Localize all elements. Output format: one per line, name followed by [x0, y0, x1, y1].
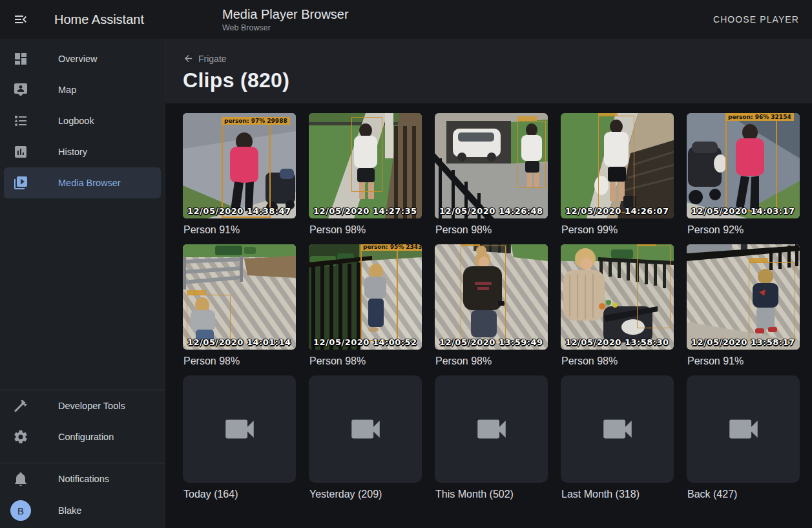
clip-caption: Person 98%	[183, 355, 296, 367]
clip-caption: Person 98%	[309, 224, 422, 236]
view-dashboard-icon	[13, 51, 28, 67]
sidebar-item-logbook[interactable]: Logbook	[4, 105, 161, 136]
clips-grid: person: 97% 29988 12/05/2020 14:38:47 Pe…	[183, 113, 800, 509]
detection-mini-label	[637, 244, 656, 246]
chart-box-icon	[13, 144, 28, 160]
sidebar-item-media-browser[interactable]: Media Browser	[4, 167, 161, 198]
folder-tile	[687, 375, 800, 483]
detection-label: person: 96% 32154	[725, 113, 794, 121]
folder-item-today[interactable]: Today (164)	[183, 375, 296, 509]
clip-thumbnail: 12/05/2020 14:26:48	[435, 113, 548, 218]
clip-item[interactable]: 12/05/2020 14:27:35 Person 98%	[309, 113, 422, 244]
folder-item-back[interactable]: Back (427)	[687, 375, 800, 509]
sidebar-item-developer-tools[interactable]: Developer Tools	[4, 390, 161, 421]
folder-label: Last Month (318)	[561, 489, 674, 500]
clip-timestamp-overlay: 12/05/2020 14:03:17	[691, 206, 795, 216]
list-bulleted-icon	[13, 113, 28, 129]
video-icon	[347, 410, 384, 448]
clips-grid-area: person: 97% 29988 12/05/2020 14:38:47 Pe…	[165, 103, 812, 528]
folder-item-yesterday[interactable]: Yesterday (209)	[309, 375, 422, 509]
clip-thumbnail: 12/05/2020 14:26:07	[561, 113, 674, 218]
sidebar-item-label: Media Browser	[58, 178, 121, 188]
clip-item[interactable]: 12/05/2020 13:58:30 Person 98%	[561, 244, 674, 375]
clip-timestamp-overlay: 12/05/2020 14:26:48	[439, 206, 543, 216]
menu-open-icon	[13, 12, 28, 27]
clip-thumbnail: person: 97% 29988 12/05/2020 14:38:47	[183, 113, 296, 218]
app-title: Home Assistant	[54, 12, 144, 27]
sidebar: Overview Map Logbook History Media Brows…	[0, 39, 165, 528]
breadcrumb-label: Frigate	[198, 54, 227, 64]
detection-bounding-box	[598, 116, 634, 213]
clip-item[interactable]: person: 95% 23432 12/05/2020 14:00:52 Pe…	[309, 244, 422, 375]
clip-timestamp-overlay: 12/05/2020 14:01:14	[187, 337, 291, 347]
clip-item[interactable]: person: 97% 29988 12/05/2020 14:38:47 Pe…	[183, 113, 296, 244]
detection-label: person: 97% 29988	[222, 117, 290, 125]
avatar: B	[10, 500, 31, 521]
folder-label: Today (164)	[183, 489, 296, 500]
sidebar-item-map[interactable]: Map	[4, 74, 161, 105]
clip-thumbnail: person: 95% 23432 12/05/2020 14:00:52	[309, 244, 422, 350]
breadcrumb[interactable]: Frigate	[183, 53, 227, 64]
clip-caption: Person 98%	[435, 355, 548, 367]
clip-thumbnail: person: 96% 32154 12/05/2020 14:03:17	[687, 113, 800, 218]
top-app-bar: Home Assistant Media Player Browser Web …	[0, 0, 812, 39]
clip-thumbnail: 12/05/2020 13:59:49	[435, 244, 548, 350]
sidebar-item-label: Overview	[58, 54, 97, 64]
sidebar-item-user-profile[interactable]: B Blake	[4, 494, 161, 527]
media-browser-pane-header: Frigate Clips (820)	[165, 39, 812, 103]
media-browser-header: Media Player Browser Web Browser	[222, 6, 349, 32]
clip-item[interactable]: 12/05/2020 14:01:14 Person 98%	[183, 244, 296, 375]
clip-item[interactable]: 12/05/2020 13:58:17 Person 91%	[687, 244, 800, 375]
sidebar-item-label: Configuration	[58, 432, 114, 442]
sidebar-spacer	[0, 198, 165, 390]
clip-timestamp-overlay: 12/05/2020 14:27:35	[313, 206, 417, 216]
folder-item-last-month[interactable]: Last Month (318)	[561, 375, 674, 509]
video-icon	[725, 410, 762, 448]
folder-label: Back (427)	[687, 489, 800, 500]
sidebar-item-notifications[interactable]: Notifications	[4, 463, 161, 494]
clip-caption: Person 98%	[309, 355, 422, 367]
detection-mini-label	[598, 113, 618, 116]
sidebar-item-overview[interactable]: Overview	[4, 43, 161, 74]
clip-timestamp-overlay: 12/05/2020 13:58:30	[565, 337, 669, 347]
clip-caption: Person 99%	[561, 224, 674, 236]
clip-item[interactable]: 12/05/2020 14:26:48 Person 98%	[435, 113, 548, 244]
detection-bounding-box: person: 96% 32154	[725, 120, 777, 211]
folder-tile	[561, 375, 674, 483]
clip-caption: Person 98%	[435, 224, 548, 236]
sidebar-toggle-button[interactable]	[13, 12, 28, 27]
folder-item-this-month[interactable]: This Month (502)	[435, 375, 548, 509]
detection-bounding-box	[351, 117, 382, 192]
sidebar-item-history[interactable]: History	[4, 136, 161, 167]
sidebar-item-configuration[interactable]: Configuration	[4, 421, 161, 452]
clip-caption: Person 98%	[561, 355, 674, 367]
topbar-left: Home Assistant	[0, 12, 165, 27]
video-icon	[473, 410, 510, 448]
sidebar-item-label: History	[58, 147, 87, 157]
folder-tile	[435, 375, 548, 483]
folder-tile	[309, 375, 422, 483]
clip-thumbnail: 12/05/2020 14:27:35	[309, 113, 422, 218]
play-box-multiple-icon	[13, 175, 28, 191]
clip-thumbnail: 12/05/2020 13:58:17	[687, 244, 800, 350]
gear-icon	[13, 429, 28, 445]
clip-item[interactable]: 12/05/2020 13:59:49 Person 98%	[435, 244, 548, 375]
detection-bounding-box	[461, 246, 506, 341]
clip-caption: Person 91%	[183, 224, 296, 236]
video-icon	[221, 410, 258, 448]
clip-thumbnail: 12/05/2020 14:01:14	[183, 244, 296, 350]
clip-item[interactable]: 12/05/2020 14:26:07 Person 99%	[561, 113, 674, 244]
page-title: Clips (820)	[183, 69, 812, 92]
sidebar-item-label: Notifications	[58, 474, 109, 484]
detection-mini-label	[461, 244, 480, 246]
sidebar-item-label: Map	[58, 85, 76, 95]
clip-timestamp-overlay: 12/05/2020 14:26:07	[565, 206, 669, 216]
folder-label: This Month (502)	[435, 489, 548, 500]
user-name-label: Blake	[58, 505, 81, 516]
sidebar-item-label: Developer Tools	[58, 401, 125, 411]
dialog-subtitle: Web Browser	[222, 23, 349, 32]
choose-player-button[interactable]: CHOOSE PLAYER	[708, 8, 804, 31]
detection-mini-label	[517, 116, 537, 121]
clip-item[interactable]: person: 96% 32154 12/05/2020 14:03:17 Pe…	[687, 113, 800, 244]
clip-caption: Person 92%	[687, 224, 800, 236]
